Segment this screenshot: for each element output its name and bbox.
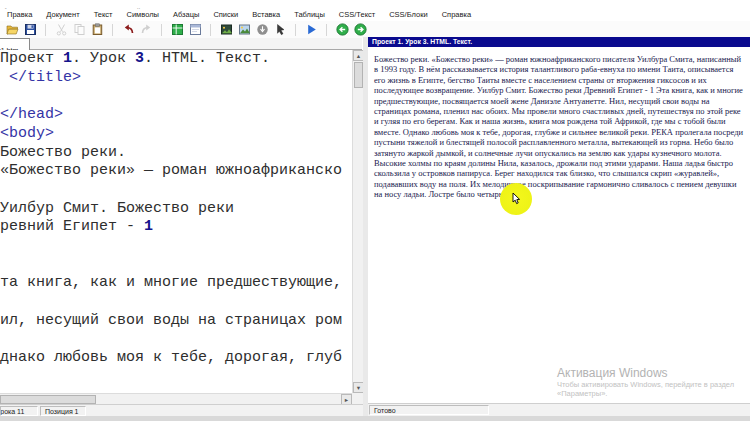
- editor-line: ревний Египет - 1: [0, 218, 352, 237]
- window-titlebar: Веб-страница C:\Users\ZolkinMV\Documents…: [0, 0, 750, 9]
- menu-item-vstavka[interactable]: Вставка: [245, 9, 287, 21]
- menu-item-css-bloki[interactable]: CSS/Блоки: [382, 9, 434, 21]
- preview-status-bar: Готово: [368, 403, 750, 416]
- preview-view-icon: [189, 23, 202, 36]
- copy-button: [71, 22, 87, 37]
- scrollbar-corner: [352, 393, 363, 404]
- preview-view-button[interactable]: [187, 22, 203, 37]
- undo-icon: [122, 23, 135, 36]
- cut-icon: [55, 23, 68, 36]
- app-window: Веб-страница C:\Users\ZolkinMV\Documents…: [0, 0, 750, 421]
- tab-bar: index1.htm: [0, 38, 362, 50]
- toolbar-separator: [295, 24, 296, 36]
- editor-line: Проект 1. Урок 3. HTML. Текст.: [0, 50, 352, 69]
- code-view-icon: [171, 23, 184, 36]
- editor-line: та книга, как и многие предшествующие,: [0, 274, 352, 293]
- undo-button[interactable]: [120, 22, 136, 37]
- preview-page-body: Божество реки. «Божество реки» — роман ю…: [368, 47, 750, 403]
- preview-status-text: Готово: [369, 405, 489, 415]
- menu-item-tablitsy[interactable]: Таблицы: [287, 9, 332, 21]
- window-bottom-edge: [0, 416, 750, 421]
- toolbar-separator: [112, 24, 113, 36]
- save-icon: [24, 23, 37, 36]
- save-button[interactable]: [22, 22, 38, 37]
- insert-anchor-button[interactable]: [254, 22, 270, 37]
- menu-item-spravka[interactable]: Справка: [435, 9, 478, 21]
- editor-status-bar: Строка 11 Позиция 1: [0, 404, 363, 416]
- preview-pane: Проект 1. Урок 3. HTML. Текст. Божество …: [368, 37, 750, 403]
- download-icon: [256, 23, 269, 36]
- editor-line: [0, 256, 352, 275]
- redo-button: [138, 22, 154, 37]
- status-line-number: Строка 11: [0, 406, 38, 416]
- editor-vertical-scrollbar[interactable]: ▲ ▼: [352, 50, 363, 393]
- copy-icon: [73, 23, 86, 36]
- editor-line: Божество реки.: [0, 144, 352, 163]
- editor-line: [0, 331, 352, 350]
- play-icon: [305, 23, 318, 36]
- open-file-button[interactable]: [4, 22, 20, 37]
- forward-icon: [354, 23, 367, 36]
- toolbar-separator: [161, 24, 162, 36]
- insert-image-button[interactable]: [218, 22, 234, 37]
- insert-link-button[interactable]: [272, 22, 288, 37]
- status-position: Позиция 1: [40, 406, 86, 416]
- editor-line: [0, 237, 352, 256]
- editor-line: ил, несущий свои воды на страницах ром: [0, 312, 352, 331]
- mouse-cursor-highlight: [500, 183, 532, 215]
- horizontal-scroll-thumb[interactable]: [0, 395, 96, 404]
- mouse-cursor-icon: [512, 193, 522, 205]
- insert-picture-button[interactable]: [236, 22, 252, 37]
- back-button[interactable]: [334, 22, 350, 37]
- menu-item-simvoly[interactable]: Символы: [120, 9, 166, 21]
- menu-bar: ПравкаДокументТекстСимволыАбзацыСпискиВс…: [0, 9, 750, 21]
- folder-open-icon: [6, 23, 19, 36]
- toolbar-separator: [45, 24, 46, 36]
- tab-index1-htm[interactable]: index1.htm: [0, 38, 30, 50]
- back-icon: [336, 23, 349, 36]
- paste-button[interactable]: [89, 22, 105, 37]
- menu-item-abzatsy[interactable]: Абзацы: [166, 9, 206, 21]
- editor-line: [0, 87, 352, 106]
- editor-line: днако любовь моя к тебе, дорогая, глуб: [0, 349, 352, 368]
- editor-line: «Божество реки» — роман южноафриканско: [0, 162, 352, 181]
- preview-page-title: Проект 1. Урок 3. HTML. Текст.: [368, 37, 750, 47]
- code-view-button[interactable]: [169, 22, 185, 37]
- editor-line: <body>: [0, 125, 352, 144]
- vertical-scroll-thumb[interactable]: [354, 62, 363, 88]
- image-dark-icon: [220, 23, 233, 36]
- paste-icon: [91, 23, 104, 36]
- forward-button[interactable]: [352, 22, 368, 37]
- toolbar: [0, 21, 750, 38]
- run-browser-button[interactable]: [303, 22, 319, 37]
- image-light-icon: [238, 23, 251, 36]
- editor-code-area[interactable]: Проект 1. Урок 3. HTML. Текст. </title> …: [0, 50, 352, 393]
- editor-line: [0, 181, 352, 200]
- menu-item-css-tekst[interactable]: CSS/Текст: [332, 9, 382, 21]
- cut-button: [53, 22, 69, 37]
- pointer-link-icon: [274, 23, 287, 36]
- toolbar-separator: [326, 24, 327, 36]
- editor-line: Уилбур Смит. Божество реки: [0, 200, 352, 219]
- editor-line: [0, 293, 352, 312]
- menu-item-pravka[interactable]: Правка: [0, 9, 39, 21]
- menu-item-tekst[interactable]: Текст: [87, 9, 120, 21]
- menu-item-dokument[interactable]: Документ: [39, 9, 86, 21]
- menu-item-spiski[interactable]: Списки: [206, 9, 245, 21]
- redo-icon: [140, 23, 153, 36]
- editor-line: </head>: [0, 106, 352, 125]
- toolbar-separator: [210, 24, 211, 36]
- editor-horizontal-scrollbar[interactable]: ►: [0, 393, 363, 404]
- editor-line: </title>: [0, 69, 352, 88]
